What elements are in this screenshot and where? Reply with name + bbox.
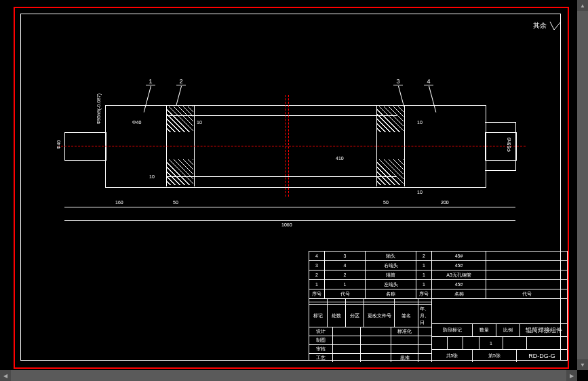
weld-10-2: 10 bbox=[149, 174, 155, 179]
dim-line-total bbox=[64, 220, 515, 221]
technical-drawing: 1 2 3 4 Φ40 Φ95h9(-0.087) Φ95h9 Φ40 10 bbox=[64, 58, 515, 241]
title-block-left: 标记 处数 分区 更改文件号 签名 年、月、日 设计 标准化 制图 bbox=[309, 299, 432, 362]
dim-160: 160 bbox=[115, 200, 123, 205]
title-block-right: 阶段标记 数量 比例 辊筒焊接组件 1 共5张 第5张 RD-DG-G bbox=[432, 299, 567, 362]
dim-50r: 50 bbox=[383, 200, 389, 205]
tube-wall-top bbox=[166, 108, 397, 116]
part-name: 辊筒焊接组件 bbox=[520, 324, 567, 336]
hdr-biaoji: 标记 bbox=[309, 305, 328, 327]
lbl-biaozhunhua: 标准化 bbox=[391, 327, 418, 336]
centerline-horizontal bbox=[58, 146, 526, 146]
hdr-nyr: 年、月、日 bbox=[418, 305, 431, 327]
lbl-gongyi: 工艺 bbox=[309, 354, 333, 362]
hdr-gengai: 更改文件号 bbox=[364, 305, 395, 327]
weld-10-1: 10 bbox=[197, 120, 202, 125]
bom-header: 序号 代号 名称 序号 名称 代号 bbox=[309, 289, 567, 299]
hdr-fenqu: 分区 bbox=[346, 305, 364, 327]
roller-body-outline bbox=[105, 105, 486, 188]
shaft-right-step bbox=[485, 122, 516, 171]
scrollbar-vertical[interactable]: ▲ ▼ bbox=[577, 0, 588, 370]
leader-3 bbox=[398, 86, 404, 106]
tube-wall-bot bbox=[166, 176, 397, 184]
weld-10-3: 10 bbox=[417, 120, 423, 125]
surface-finish-marker: 其余 bbox=[533, 20, 562, 31]
callout-3: 3 bbox=[393, 78, 403, 85]
cad-viewport: ▲ ▼ ◀ ▶ 其余 1 2 3 4 bbox=[0, 0, 588, 381]
title-block-lower: 标记 处数 分区 更改文件号 签名 年、月、日 设计 标准化 制图 bbox=[309, 299, 567, 362]
lbl-sheji: 设计 bbox=[309, 327, 333, 336]
shaft-left bbox=[64, 132, 106, 161]
scroll-up-icon[interactable]: ▲ bbox=[577, 0, 588, 11]
scroll-left-icon[interactable]: ◀ bbox=[0, 370, 11, 381]
scroll-down-icon[interactable]: ▼ bbox=[577, 359, 588, 370]
dim-right-dia: Φ95h9 bbox=[507, 138, 511, 152]
qty-value: 1 bbox=[479, 337, 503, 349]
lbl-shuliang: 数量 bbox=[473, 324, 496, 336]
centerline-vertical-2 bbox=[285, 95, 286, 197]
bom-row-4: 4 3 轴头 2 45# bbox=[309, 252, 567, 261]
scrollbar-horizontal[interactable]: ◀ ▶ bbox=[0, 370, 577, 381]
sheet-total: 共5张 bbox=[432, 350, 473, 362]
drawing-number: RD-DG-G bbox=[517, 350, 567, 362]
callout-2: 2 bbox=[176, 78, 186, 85]
dim-200: 200 bbox=[441, 200, 449, 205]
callout-4: 4 bbox=[424, 78, 433, 85]
sheet-num: 第5张 bbox=[473, 350, 517, 362]
bom-row-2: 2 2 辊筒 1 A3无孔钢管 bbox=[309, 270, 567, 280]
surface-symbol-icon bbox=[549, 20, 562, 31]
centerline-vertical bbox=[288, 95, 289, 197]
leader-2 bbox=[176, 86, 182, 106]
hdr-chushu: 处数 bbox=[328, 305, 346, 327]
lbl-zhitu: 制图 bbox=[309, 336, 333, 344]
dim-410: 410 bbox=[336, 156, 344, 161]
hdr-qianming: 签名 bbox=[395, 305, 418, 327]
lbl-jieduan: 阶段标记 bbox=[432, 324, 473, 336]
title-block: 4 3 轴头 2 45# 3 4 右端头 1 45# 2 2 辊筒 1 A3无孔… bbox=[309, 251, 568, 361]
weld-10-4: 10 bbox=[417, 190, 423, 195]
dim-line-bottom bbox=[64, 207, 515, 207]
bom-row-1: 1 1 左端头 1 45# bbox=[309, 280, 567, 289]
dim-50l: 50 bbox=[173, 200, 178, 205]
marker-label: 其余 bbox=[533, 22, 547, 29]
weld-label-1: Φ40 bbox=[132, 120, 141, 125]
dim-shaft-dia: Φ40 bbox=[56, 140, 61, 149]
lbl-bili: 比例 bbox=[496, 324, 520, 336]
scroll-thumb-v[interactable] bbox=[577, 11, 588, 359]
dim-total: 1060 bbox=[281, 222, 292, 227]
scroll-right-icon[interactable]: ▶ bbox=[566, 370, 577, 381]
lbl-shenhe: 审核 bbox=[309, 345, 333, 353]
callout-1: 1 bbox=[146, 78, 155, 85]
dim-body-dia: Φ95h9(-0.087) bbox=[96, 94, 101, 125]
lbl-pizhun: 批准 bbox=[391, 354, 418, 362]
bom-row-3: 3 4 右端头 1 45# bbox=[309, 261, 567, 270]
scroll-thumb-h[interactable] bbox=[11, 370, 566, 381]
